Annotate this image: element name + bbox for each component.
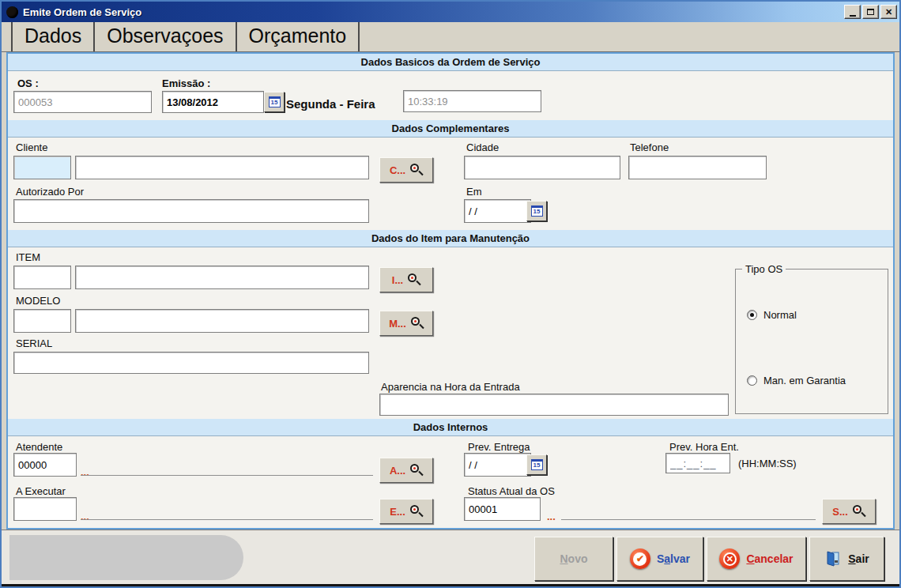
cliente-lookup-button[interactable]: C... [379, 157, 433, 183]
item-label: ITEM [16, 251, 40, 263]
status-label: Status Atual da OS [468, 485, 555, 497]
magnifier-icon [853, 505, 865, 518]
sair-label: Sair [848, 552, 869, 565]
magnifier-icon [408, 273, 420, 286]
item-lookup-button[interactable]: I... [379, 267, 433, 292]
status-field[interactable] [464, 497, 541, 521]
section-header-internos: Dados Internos [8, 419, 893, 436]
os-field[interactable] [13, 91, 152, 113]
item-code-field[interactable] [13, 266, 71, 289]
a-executar-line [81, 519, 373, 520]
section-header-complementares: Dados Complementares [8, 120, 893, 138]
serial-label: SERIAL [16, 337, 52, 349]
app-icon [6, 6, 18, 18]
status-lookup-button[interactable]: S... [822, 499, 876, 524]
prev-hora-label: Prev. Hora Ent. [669, 441, 739, 453]
autorizado-label: Autorizado Por [16, 186, 84, 198]
aparencia-field[interactable] [379, 394, 729, 416]
tab-bar: Dados Observaçoes Orçamento [2, 22, 899, 52]
prev-entrega-calendar-button[interactable]: 15 [526, 454, 547, 475]
maximize-button[interactable] [862, 5, 879, 19]
tab-dados[interactable]: Dados [11, 22, 95, 51]
item-name-field[interactable] [75, 266, 369, 289]
modelo-name-field[interactable] [75, 309, 369, 333]
sair-button[interactable]: Sair [809, 537, 884, 581]
footer-pill [9, 535, 243, 580]
modelo-code-field[interactable] [13, 309, 71, 333]
modelo-lookup-button[interactable]: M... [379, 311, 433, 336]
title-bar[interactable]: Emite Ordem de Serviço ✕ [2, 2, 899, 22]
section-header-item: Dados do Item para Manutenção [8, 230, 893, 247]
autorizado-field[interactable] [13, 199, 369, 223]
os-label: OS : [17, 77, 39, 89]
cidade-field[interactable] [464, 156, 620, 179]
cliente-code-field[interactable] [13, 156, 71, 179]
tipo-os-groupbox: Tipo OS Normal Man. em Garantia [735, 269, 888, 414]
service-order-window: Emite Ordem de Serviço ✕ Dados Observaço… [0, 0, 901, 588]
exit-door-icon [824, 550, 842, 567]
emissao-label: Emissão : [162, 77, 210, 89]
radio-selected-icon [747, 310, 757, 320]
a-executar-field[interactable] [13, 497, 77, 521]
magnifier-icon [410, 164, 423, 176]
radio-unselected-icon [747, 375, 757, 386]
cancel-cross-icon: ✕ [719, 548, 740, 569]
prev-entrega-label: Prev. Entrega [468, 441, 530, 453]
atendente-label: Atendente [16, 441, 62, 453]
salvar-button[interactable]: ✔ Salvar [616, 537, 703, 581]
atendente-dots: ... [81, 466, 89, 478]
save-check-icon: ✔ [630, 548, 650, 569]
prev-hora-hint: (HH:MM:SS) [738, 458, 797, 469]
form-panel: Dados Basicos da Ordem de Serviço OS : E… [6, 52, 895, 530]
cancelar-button[interactable]: ✕ Cancelar [707, 537, 806, 581]
footer-bar: Novo ✔ Salvar ✕ Cancelar Sair [2, 530, 899, 584]
tipo-os-legend: Tipo OS [742, 263, 786, 275]
calendar-icon: 15 [531, 205, 543, 217]
em-label: Em [466, 186, 482, 198]
em-date-field[interactable] [464, 199, 531, 223]
novo-button[interactable]: Novo [534, 537, 613, 581]
prev-entrega-field[interactable] [464, 453, 531, 477]
atendente-field[interactable] [13, 453, 77, 477]
salvar-label: Salvar [657, 552, 690, 565]
em-calendar-button[interactable]: 15 [526, 201, 547, 221]
telefone-label: Telefone [630, 141, 669, 153]
telefone-field[interactable] [628, 156, 767, 179]
minimize-button[interactable] [844, 5, 861, 19]
window-title: Emite Ordem de Serviço [23, 6, 141, 18]
emissao-calendar-button[interactable]: 15 [264, 92, 285, 112]
cliente-name-field[interactable] [75, 156, 369, 179]
magnifier-icon [411, 317, 424, 330]
section-header-basicos: Dados Basicos da Ordem de Serviço [8, 54, 893, 71]
aparencia-label: Aparencia na Hora da Entrada [381, 381, 520, 393]
weekday-label: Segunda - Feira [286, 97, 375, 111]
a-executar-lookup-button[interactable]: E... [379, 499, 433, 524]
atendente-lookup-button[interactable]: A... [379, 458, 433, 483]
radio-garantia-label: Man. em Garantia [763, 375, 846, 386]
serial-field[interactable] [13, 352, 369, 374]
modelo-label: MODELO [16, 295, 60, 307]
status-dots: ... [547, 511, 556, 522]
minimize-icon [850, 15, 856, 17]
cliente-label: Cliente [16, 141, 47, 153]
radio-garantia[interactable]: Man. em Garantia [747, 375, 846, 386]
calendar-icon: 15 [531, 459, 543, 470]
radio-normal[interactable]: Normal [747, 309, 797, 321]
maximize-icon [867, 9, 874, 15]
tab-observacoes[interactable]: Observaçoes [95, 22, 236, 51]
a-executar-dots: ... [81, 511, 89, 522]
tab-orcamento[interactable]: Orçamento [237, 22, 360, 51]
taskbar-strip [2, 584, 899, 586]
atendente-name-line [81, 475, 373, 476]
prev-hora-field[interactable] [665, 453, 730, 473]
time-field[interactable] [403, 90, 541, 112]
cidade-label: Cidade [466, 141, 499, 153]
close-button[interactable]: ✕ [880, 5, 897, 19]
calendar-icon: 15 [269, 96, 281, 107]
close-icon: ✕ [885, 7, 892, 17]
magnifier-icon [410, 464, 423, 477]
emissao-field[interactable] [162, 91, 264, 113]
novo-label: Novo [560, 552, 587, 565]
a-executar-label: A Executar [16, 485, 66, 497]
status-name-line [561, 519, 816, 520]
